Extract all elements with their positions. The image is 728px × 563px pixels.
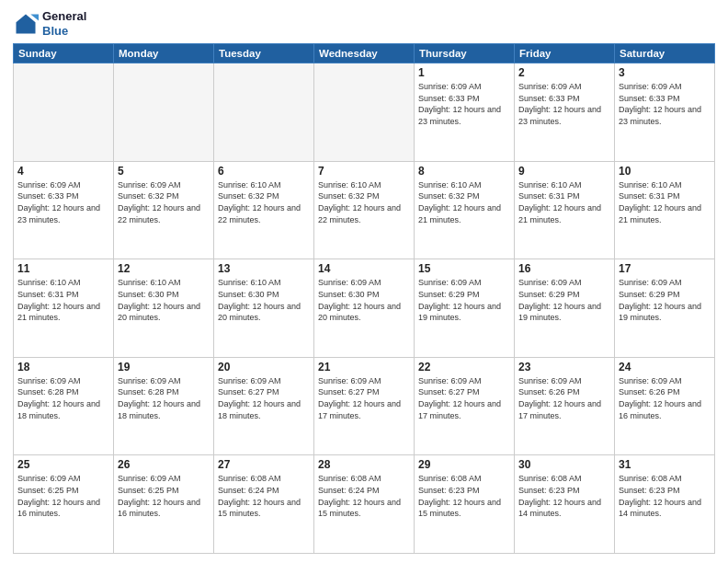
day-cell [114,63,214,162]
day-details: Sunrise: 6:09 AMSunset: 6:26 PMDaylight:… [518,375,610,421]
day-cell: 14Sunrise: 6:09 AMSunset: 6:30 PMDayligh… [314,259,415,358]
day-number: 31 [619,458,711,471]
day-cell: 10Sunrise: 6:10 AMSunset: 6:31 PMDayligh… [615,161,715,259]
logo-icon [13,11,39,37]
header-day-sunday: Sunday [14,44,114,63]
day-cell [14,63,114,162]
day-cell: 2Sunrise: 6:09 AMSunset: 6:33 PMDaylight… [515,63,615,162]
day-details: Sunrise: 6:08 AMSunset: 6:24 PMDaylight:… [218,473,310,519]
day-details: Sunrise: 6:08 AMSunset: 6:23 PMDaylight:… [418,473,510,519]
day-details: Sunrise: 6:10 AMSunset: 6:32 PMDaylight:… [218,179,310,225]
day-cell: 26Sunrise: 6:09 AMSunset: 6:25 PMDayligh… [114,455,214,554]
day-cell: 4Sunrise: 6:09 AMSunset: 6:33 PMDaylight… [14,161,114,259]
day-details: Sunrise: 6:09 AMSunset: 6:33 PMDaylight:… [418,81,510,127]
day-number: 20 [218,361,310,373]
header: General Blue [13,9,715,38]
day-cell: 22Sunrise: 6:09 AMSunset: 6:27 PMDayligh… [415,357,515,455]
header-day-friday: Friday [515,44,615,63]
calendar-header: SundayMondayTuesdayWednesdayThursdayFrid… [14,44,715,63]
week-row-4: 25Sunrise: 6:09 AMSunset: 6:25 PMDayligh… [14,455,715,554]
week-row-3: 18Sunrise: 6:09 AMSunset: 6:28 PMDayligh… [14,357,715,455]
day-number: 12 [118,262,210,275]
day-cell [214,63,314,162]
day-details: Sunrise: 6:09 AMSunset: 6:27 PMDaylight:… [218,375,310,421]
day-cell: 9Sunrise: 6:10 AMSunset: 6:31 PMDaylight… [515,161,615,259]
page: General Blue SundayMondayTuesdayWednesda… [0,0,728,563]
day-number: 5 [118,165,210,178]
day-number: 17 [619,262,711,275]
day-details: Sunrise: 6:09 AMSunset: 6:33 PMDaylight:… [518,81,610,127]
day-details: Sunrise: 6:09 AMSunset: 6:28 PMDaylight:… [118,375,210,421]
day-details: Sunrise: 6:10 AMSunset: 6:32 PMDaylight:… [418,179,510,225]
day-details: Sunrise: 6:09 AMSunset: 6:25 PMDaylight:… [118,473,210,519]
day-cell: 30Sunrise: 6:08 AMSunset: 6:23 PMDayligh… [515,455,615,554]
day-details: Sunrise: 6:10 AMSunset: 6:31 PMDaylight:… [17,277,109,323]
day-number: 22 [418,361,510,373]
day-number: 28 [318,458,410,471]
day-number: 8 [418,165,510,178]
logo-text: General Blue [42,9,86,38]
day-details: Sunrise: 6:10 AMSunset: 6:30 PMDaylight:… [218,277,310,323]
day-details: Sunrise: 6:09 AMSunset: 6:30 PMDaylight:… [318,277,410,323]
day-number: 4 [17,165,109,178]
day-details: Sunrise: 6:10 AMSunset: 6:32 PMDaylight:… [318,179,410,225]
day-number: 6 [218,165,310,178]
day-number: 16 [518,262,610,275]
day-cell: 23Sunrise: 6:09 AMSunset: 6:26 PMDayligh… [515,357,615,455]
day-cell: 18Sunrise: 6:09 AMSunset: 6:28 PMDayligh… [14,357,114,455]
day-details: Sunrise: 6:08 AMSunset: 6:23 PMDaylight:… [518,473,610,519]
day-cell: 8Sunrise: 6:10 AMSunset: 6:32 PMDaylight… [415,161,515,259]
header-day-thursday: Thursday [415,44,515,63]
day-details: Sunrise: 6:08 AMSunset: 6:24 PMDaylight:… [318,473,410,519]
day-number: 14 [318,262,410,275]
day-cell: 15Sunrise: 6:09 AMSunset: 6:29 PMDayligh… [415,259,515,358]
day-number: 18 [17,361,109,373]
day-cell: 29Sunrise: 6:08 AMSunset: 6:23 PMDayligh… [415,455,515,554]
day-details: Sunrise: 6:09 AMSunset: 6:25 PMDaylight:… [17,473,109,519]
week-row-2: 11Sunrise: 6:10 AMSunset: 6:31 PMDayligh… [14,259,715,358]
day-cell: 20Sunrise: 6:09 AMSunset: 6:27 PMDayligh… [214,357,314,455]
day-number: 30 [518,458,610,471]
day-cell: 31Sunrise: 6:08 AMSunset: 6:23 PMDayligh… [615,455,715,554]
day-details: Sunrise: 6:09 AMSunset: 6:32 PMDaylight:… [118,179,210,225]
day-number: 19 [118,361,210,373]
day-cell: 3Sunrise: 6:09 AMSunset: 6:33 PMDaylight… [615,63,715,162]
day-details: Sunrise: 6:09 AMSunset: 6:26 PMDaylight:… [619,375,711,421]
day-details: Sunrise: 6:10 AMSunset: 6:30 PMDaylight:… [118,277,210,323]
day-details: Sunrise: 6:10 AMSunset: 6:31 PMDaylight:… [518,179,610,225]
day-cell: 12Sunrise: 6:10 AMSunset: 6:30 PMDayligh… [114,259,214,358]
day-details: Sunrise: 6:09 AMSunset: 6:27 PMDaylight:… [318,375,410,421]
day-number: 21 [318,361,410,373]
day-number: 11 [17,262,109,275]
day-cell: 6Sunrise: 6:10 AMSunset: 6:32 PMDaylight… [214,161,314,259]
day-number: 10 [619,165,711,178]
day-cell [314,63,415,162]
day-details: Sunrise: 6:09 AMSunset: 6:33 PMDaylight:… [17,179,109,225]
week-row-1: 4Sunrise: 6:09 AMSunset: 6:33 PMDaylight… [14,161,715,259]
day-details: Sunrise: 6:10 AMSunset: 6:31 PMDaylight:… [619,179,711,225]
day-cell: 21Sunrise: 6:09 AMSunset: 6:27 PMDayligh… [314,357,415,455]
logo: General Blue [13,9,86,38]
day-cell: 11Sunrise: 6:10 AMSunset: 6:31 PMDayligh… [14,259,114,358]
day-cell: 17Sunrise: 6:09 AMSunset: 6:29 PMDayligh… [615,259,715,358]
header-day-tuesday: Tuesday [214,44,314,63]
day-details: Sunrise: 6:08 AMSunset: 6:23 PMDaylight:… [619,473,711,519]
day-cell: 13Sunrise: 6:10 AMSunset: 6:30 PMDayligh… [214,259,314,358]
calendar-body: 1Sunrise: 6:09 AMSunset: 6:33 PMDaylight… [14,63,715,554]
day-details: Sunrise: 6:09 AMSunset: 6:29 PMDaylight:… [518,277,610,323]
day-number: 27 [218,458,310,471]
day-cell: 16Sunrise: 6:09 AMSunset: 6:29 PMDayligh… [515,259,615,358]
week-row-0: 1Sunrise: 6:09 AMSunset: 6:33 PMDaylight… [14,63,715,162]
day-number: 9 [518,165,610,178]
header-row: SundayMondayTuesdayWednesdayThursdayFrid… [14,44,715,63]
day-number: 23 [518,361,610,373]
day-number: 7 [318,165,410,178]
day-number: 29 [418,458,510,471]
day-cell: 7Sunrise: 6:10 AMSunset: 6:32 PMDaylight… [314,161,415,259]
day-number: 25 [17,458,109,471]
day-number: 24 [619,361,711,373]
header-day-saturday: Saturday [615,44,715,63]
day-number: 26 [118,458,210,471]
day-cell: 1Sunrise: 6:09 AMSunset: 6:33 PMDaylight… [415,63,515,162]
day-details: Sunrise: 6:09 AMSunset: 6:29 PMDaylight:… [418,277,510,323]
